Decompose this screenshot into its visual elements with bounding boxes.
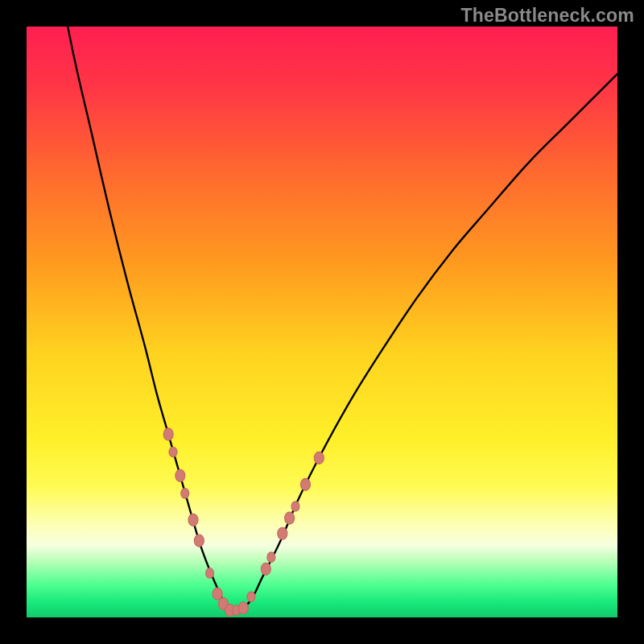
sample-dot: [267, 552, 275, 563]
bottleneck-curve: [56, 27, 617, 612]
sample-dot: [278, 527, 287, 539]
sample-dot: [291, 502, 299, 512]
plot-area: [27, 27, 617, 617]
sample-dot: [247, 592, 255, 602]
sample-dot: [261, 563, 270, 575]
curve-layer: [27, 27, 617, 617]
sample-dot: [213, 588, 222, 600]
sample-dot: [206, 568, 214, 579]
watermark-text: TheBottleneck.com: [460, 5, 634, 27]
sample-dot: [181, 489, 189, 499]
sample-dots: [163, 428, 324, 617]
sample-dot: [238, 602, 248, 614]
sample-dot: [163, 428, 173, 440]
sample-dot: [285, 512, 295, 524]
chart-frame: TheBottleneck.com: [0, 0, 644, 644]
sample-dot: [188, 514, 198, 526]
sample-dot: [169, 447, 177, 457]
sample-dot: [175, 469, 185, 481]
sample-dot: [194, 535, 204, 547]
sample-dot: [300, 478, 310, 490]
sample-dot: [314, 452, 324, 464]
